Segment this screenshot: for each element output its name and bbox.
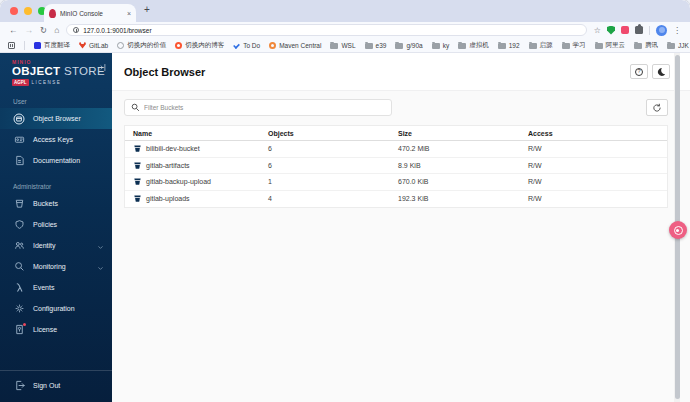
translate-extension-float-button[interactable] [669,221,687,239]
table-row[interactable]: gitlab-artifacts 6 8.9 KiB R/W [125,158,667,175]
bucket-size: 8.9 KiB [398,162,528,169]
forward-icon[interactable]: → [25,26,34,35]
sidebar-item-label: Buckets [33,200,58,207]
minio-favicon-icon [49,9,56,18]
bucket-objects: 4 [268,195,398,202]
extensions-puzzle-icon[interactable] [635,26,643,34]
csdn-icon [175,42,182,49]
bookmark-folder[interactable]: 阿里云 [595,41,626,50]
sidebar-item-monitoring[interactable]: Monitoring [0,256,112,277]
back-icon[interactable]: ← [9,26,18,35]
sign-out-button[interactable]: Sign Out [0,375,112,396]
bookmark-folder[interactable]: 启源 [529,41,553,50]
table-row[interactable]: bilibili-dev-bucket 6 470.2 MiB R/W [125,141,667,158]
bookmarks-bar: 百度翻译 GitLab 切换内的价值 切换内的博客 To Do Maven Ce… [0,38,690,53]
bucket-access: R/W [528,145,667,152]
signout-section: Sign Out [0,370,112,396]
help-button[interactable]: ? [630,64,648,79]
filter-buckets-field[interactable] [124,99,392,116]
pink-extension-icon[interactable] [621,26,629,34]
bucket-size: 670.0 KiB [398,178,528,185]
bucket-icon [133,177,142,186]
home-icon[interactable]: ⌂ [54,26,59,35]
folder-icon [498,43,506,49]
bookmark-item[interactable]: 切换内的价值 [117,41,166,50]
bookmark-folder[interactable]: 腾讯 [634,41,658,50]
bookmark-folder[interactable]: JJK [667,41,689,49]
bucket-objects: 6 [268,145,398,152]
object-browser-icon [13,113,25,125]
tab-close-icon[interactable]: × [127,10,131,17]
folder-icon [634,43,642,49]
sidebar-item-label: Policies [33,221,57,228]
refresh-button[interactable] [646,99,668,116]
site-info-icon[interactable] [73,27,79,33]
column-header-name: Name [133,130,268,137]
bookmark-item[interactable]: To Do [233,42,260,49]
buckets-icon [13,198,25,210]
bookmark-item[interactable]: Maven Central [269,42,321,49]
sidebar-collapse-icon[interactable] [97,58,106,76]
sidebar-item-events[interactable]: Events [0,277,112,298]
search-icon [131,103,140,112]
license-notification-dot [23,323,27,327]
filter-row [124,99,668,116]
theme-toggle-button[interactable] [652,64,670,79]
sidebar-item-configuration[interactable]: Configuration [0,298,112,319]
sidebar-item-policies[interactable]: Policies [0,214,112,235]
browser-tab[interactable]: MinIO Console × [44,4,136,22]
bucket-access: R/W [528,178,667,185]
section-label-user: User [13,98,112,105]
folder-icon [529,43,537,49]
minio-console-app: MINIO OBJECT STORE AGPL LICENSE User Obj… [0,53,690,402]
sidebar-item-license[interactable]: License [0,319,112,340]
translate-icon [674,226,683,235]
bucket-name: gitlab-backup-upload [146,178,211,185]
folder-icon [365,43,373,49]
bookmark-folder[interactable]: 虚拟机 [458,41,489,50]
sidebar-item-label: Access Keys [33,136,73,143]
bookmark-item[interactable]: 百度翻译 [34,41,70,50]
chevron-down-icon[interactable] [97,258,104,276]
browser-menu-icon[interactable]: ⋮ [673,26,681,35]
window-close-button[interactable] [10,7,18,15]
adblock-extension-icon[interactable] [607,26,615,35]
identity-users-icon [13,240,25,252]
bookmark-folder[interactable]: ky [432,41,450,49]
bookmark-folder[interactable]: 192 [498,41,520,49]
bookmark-star-icon[interactable]: ☆ [594,26,601,35]
tab-title: MinIO Console [60,10,123,17]
bookmark-item[interactable]: GitLab [79,42,108,49]
column-header-access: Access [528,130,667,137]
folder-icon [667,43,675,49]
column-header-objects: Objects [268,130,398,137]
reload-icon[interactable]: ↻ [40,26,47,35]
profile-avatar[interactable] [656,25,667,36]
window-minimize-button[interactable] [24,7,32,15]
bucket-icon [133,194,142,203]
folder-icon [458,43,466,49]
sidebar-item-object-browser[interactable]: Object Browser [0,108,112,129]
bookmark-item[interactable]: 切换内的博客 [175,41,224,50]
browser-titlebar: MinIO Console × + [0,0,690,22]
sidebar-item-buckets[interactable]: Buckets [0,193,112,214]
documentation-icon [13,155,25,167]
sidebar-item-access-keys[interactable]: Access Keys [0,129,112,150]
bookmark-folder[interactable]: WSL [330,41,355,49]
url-bar[interactable]: 127.0.0.1:9001/browser [66,24,587,36]
sidebar-item-documentation[interactable]: Documentation [0,150,112,171]
bucket-name: bilibili-dev-bucket [146,145,200,152]
bookmark-folder[interactable]: 学习 [562,41,586,50]
table-row[interactable]: gitlab-backup-upload 1 670.0 KiB R/W [125,174,667,191]
events-lambda-icon [13,282,25,294]
new-tab-button[interactable]: + [144,4,150,15]
sidebar-item-identity[interactable]: Identity [0,235,112,256]
bucket-name: gitlab-artifacts [146,162,190,169]
filter-buckets-input[interactable] [144,104,385,111]
bookmark-folder[interactable]: e39 [365,41,387,49]
table-row[interactable]: gitlab-uploads 4 192.3 KiB R/W [125,191,667,208]
bucket-access: R/W [528,195,667,202]
side-panel-icon[interactable] [8,42,15,49]
chevron-down-icon[interactable] [97,237,104,255]
bookmark-folder[interactable]: g/90a [395,41,422,49]
